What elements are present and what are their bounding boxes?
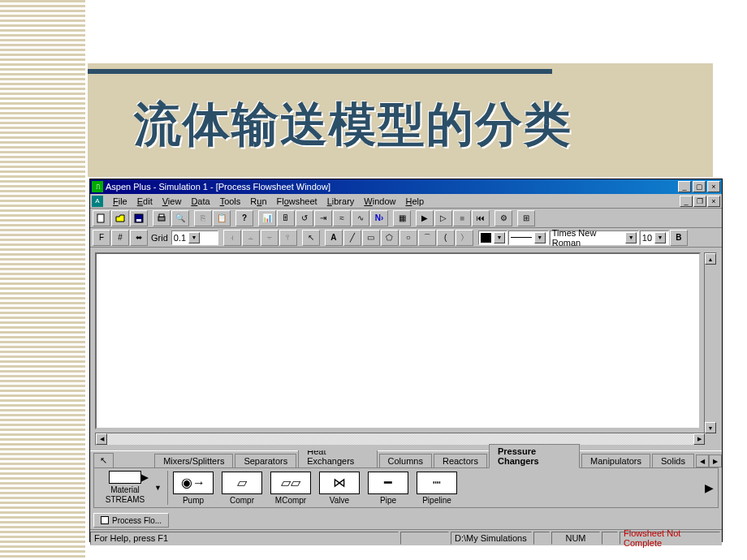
scroll-left-icon[interactable]: ◀ xyxy=(96,433,107,445)
tab-solids[interactable]: Solids xyxy=(652,454,694,467)
tab-reactors[interactable]: Reactors xyxy=(434,454,487,467)
reset-button[interactable]: ⏮ xyxy=(472,210,490,226)
tab-scroll-left-button[interactable]: ◀ xyxy=(696,454,709,467)
arc-button[interactable]: ⌒ xyxy=(418,230,436,246)
grid-label: Grid xyxy=(151,233,168,243)
select-button[interactable]: ↖ xyxy=(302,230,320,246)
tab-columns[interactable]: Columns xyxy=(379,454,432,467)
menu-help[interactable]: Help xyxy=(400,196,429,207)
menu-flowsheet[interactable]: Flowsheet xyxy=(272,196,322,207)
titlebar[interactable]: ⎍ Aspen Plus - Simulation 1 - [Process F… xyxy=(90,179,722,194)
poly-button[interactable]: ⬠ xyxy=(381,230,399,246)
status-spacer3 xyxy=(602,532,618,545)
scroll-up-icon[interactable]: ▲ xyxy=(705,253,716,265)
flowsheet-canvas[interactable] xyxy=(95,252,701,429)
tab-separators[interactable]: Separators xyxy=(235,454,296,467)
curve-button[interactable]: ( xyxy=(437,230,455,246)
print-button[interactable] xyxy=(153,210,171,226)
stream-tool[interactable]: Material STREAMS xyxy=(96,471,154,505)
line-style-combo[interactable]: ▼ xyxy=(508,230,549,245)
chevron-down-icon: ▼ xyxy=(494,232,505,243)
minimize-button[interactable]: _ xyxy=(678,181,691,192)
rect-button[interactable]: ▭ xyxy=(362,230,380,246)
run-step-button[interactable]: ▷ xyxy=(434,210,452,226)
close-button[interactable]: × xyxy=(707,181,720,192)
mdi-restore-button[interactable]: ❐ xyxy=(693,196,706,207)
chevron-down-icon: ▼ xyxy=(188,232,200,243)
scroll-right-icon[interactable]: ▶ xyxy=(693,433,705,445)
grid-size-combo[interactable]: 0.1▼ xyxy=(171,230,218,245)
font-size-combo[interactable]: 10▼ xyxy=(640,230,669,245)
tab-manipulators[interactable]: Manipulators xyxy=(581,454,650,467)
text-button[interactable]: A xyxy=(325,230,343,246)
mdi-icon[interactable]: A xyxy=(92,196,103,207)
scroll-down-icon[interactable]: ▼ xyxy=(705,422,716,433)
snap-button[interactable]: ⬌ xyxy=(130,230,148,246)
stream-results-button[interactable]: ∿ xyxy=(352,210,369,226)
palette-scroll-right-button[interactable]: ▶ xyxy=(702,481,716,494)
palette-item-compr[interactable]: ▱ Compr xyxy=(220,472,264,505)
menubar: A File Edit View Data Tools Run Flowshee… xyxy=(90,194,722,209)
paste-button: 📋 xyxy=(213,210,231,226)
doc-tab-process-flowsheet[interactable]: Process Flo... xyxy=(93,513,169,528)
palette-item-pump[interactable]: ◉→ Pump xyxy=(171,472,215,505)
palette-item-pipeline[interactable]: ┉ Pipeline xyxy=(415,472,459,505)
menu-edit[interactable]: Edit xyxy=(132,196,158,207)
status-path: D:\My Simulations xyxy=(451,532,532,545)
line-button[interactable]: ╱ xyxy=(343,230,361,246)
palette-item-valve[interactable]: ⋈ Valve xyxy=(317,472,361,505)
menu-tools[interactable]: Tools xyxy=(215,196,246,207)
palette-item-pipe[interactable]: ━ Pipe xyxy=(366,472,410,505)
menu-data[interactable]: Data xyxy=(186,196,214,207)
doc-icon xyxy=(101,516,109,524)
lock-button[interactable]: F xyxy=(93,230,110,246)
tab-mixers-splitters[interactable]: Mixers/Splitters xyxy=(154,454,233,467)
toolbar-main: 🔍 ⎘ 📋 ? 📊 🎚 ↺ ⇥ ≈ ∿ N› ▦ ▶ ▷ ■ ⏮ ⚙ ⊞ xyxy=(90,209,722,228)
tab-pressure-changers[interactable]: Pressure Changers xyxy=(489,444,580,468)
grid-toggle-button[interactable]: # xyxy=(111,230,129,246)
input-button[interactable]: ▦ xyxy=(393,210,411,226)
horizontal-scrollbar[interactable]: ◀ ▶ xyxy=(95,433,706,446)
circle-button[interactable]: ○ xyxy=(399,230,417,246)
blocks-button[interactable]: ⊞ xyxy=(517,210,535,226)
results-button[interactable]: ≈ xyxy=(333,210,351,226)
menu-window[interactable]: Window xyxy=(359,196,400,207)
maximize-button[interactable]: ▢ xyxy=(693,181,706,192)
model-library-panel: ↖ Mixers/Splitters Separators Heat Excha… xyxy=(90,450,722,508)
palette-item-mcompr[interactable]: ▱▱ MCompr xyxy=(269,472,313,505)
new-button[interactable] xyxy=(93,210,110,226)
run-button[interactable]: ▶ xyxy=(416,210,434,226)
save-button[interactable] xyxy=(130,210,148,226)
bold-button[interactable]: B xyxy=(670,230,688,246)
palette-label: Pipe xyxy=(380,496,396,505)
align-bottom-button: ⫯ xyxy=(279,230,297,246)
help-button[interactable]: ? xyxy=(235,210,253,226)
menu-run[interactable]: Run xyxy=(245,196,271,207)
control-panel-button[interactable]: 🎚 xyxy=(277,210,295,226)
toolbar-format: F # ⬌ Grid 0.1▼ ⫞ ⫠ ⫟ ⫯ ↖ A ╱ ▭ ⬠ ○ ⌒ ( … xyxy=(90,228,722,248)
mdi-close-button[interactable]: × xyxy=(707,196,720,207)
settings-button[interactable]: ⚙ xyxy=(494,210,512,226)
svg-rect-3 xyxy=(158,217,165,221)
pointer-tab[interactable]: ↖ xyxy=(93,453,114,467)
menu-view[interactable]: View xyxy=(158,196,187,207)
chevron-down-icon: ▼ xyxy=(534,232,546,243)
step-button[interactable]: ⇥ xyxy=(314,210,332,226)
tab-scroll-right-button[interactable]: ▶ xyxy=(709,454,722,467)
arrow-button[interactable]: 〉 xyxy=(456,230,473,246)
menu-file[interactable]: File xyxy=(108,196,132,207)
menu-library[interactable]: Library xyxy=(322,196,360,207)
align-right-button: ⫟ xyxy=(261,230,279,246)
data-browser-button[interactable]: 📊 xyxy=(258,210,276,226)
print-preview-button[interactable]: 🔍 xyxy=(171,210,189,226)
vertical-scrollbar[interactable]: ▲ ▼ xyxy=(704,252,717,434)
mdi-minimize-button[interactable]: _ xyxy=(680,196,693,207)
stream-label-top: Material xyxy=(110,485,140,495)
open-button[interactable] xyxy=(111,210,129,226)
next-button[interactable]: N› xyxy=(370,210,388,226)
fill-color-combo[interactable]: ▼ xyxy=(478,230,507,245)
font-name-combo[interactable]: Times New Roman▼ xyxy=(550,230,639,245)
stream-dropdown-icon[interactable]: ▼ xyxy=(154,484,164,492)
palette-label: Valve xyxy=(330,496,349,505)
reinit-button[interactable]: ↺ xyxy=(296,210,313,226)
